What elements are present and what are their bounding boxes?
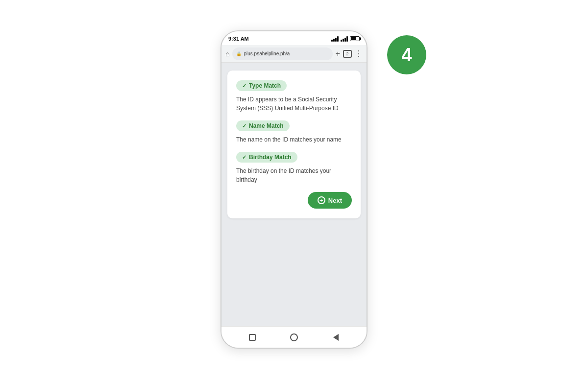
url-bar[interactable]: 🔒 plus.psahelpline.ph/a: [232, 47, 332, 60]
lock-icon: 🔒: [236, 51, 242, 56]
square-icon: [249, 334, 256, 341]
step-badge: 4: [387, 35, 426, 74]
home-icon[interactable]: ⌂: [225, 50, 229, 58]
name-match-label: Name Match: [249, 122, 284, 129]
birthday-match-section: ✓ Birthday Match The birthday on the ID …: [236, 152, 352, 184]
name-match-section: ✓ Name Match The name on the ID matches …: [236, 120, 352, 144]
nav-back-button[interactable]: [330, 332, 341, 343]
name-match-badge: ✓ Name Match: [236, 120, 290, 131]
birthday-match-check-icon: ✓: [242, 154, 246, 161]
back-icon: [333, 334, 339, 341]
tab-count-icon[interactable]: 2: [343, 50, 352, 58]
content-area: ✓ Type Match The ID appears to be a Soci…: [221, 63, 367, 326]
add-tab-icon[interactable]: +: [336, 49, 340, 58]
next-button-label: Next: [328, 197, 342, 204]
name-match-description: The name on the ID matches your name: [236, 135, 352, 144]
status-time: 9:31 AM: [228, 36, 249, 42]
browser-actions: + 2 ⋮: [336, 49, 363, 58]
type-match-section: ✓ Type Match The ID appears to be a Soci…: [236, 80, 352, 113]
browser-bar: ⌂ 🔒 plus.psahelpline.ph/a + 2 ⋮: [221, 45, 367, 63]
url-text: plus.psahelpline.ph/a: [244, 51, 290, 56]
next-plus-icon: +: [318, 196, 325, 204]
birthday-match-badge: ✓ Birthday Match: [236, 152, 297, 163]
type-match-description: The ID appears to be a Social Security S…: [236, 95, 352, 113]
status-bar: 9:31 AM: [221, 31, 367, 45]
status-icons: [331, 36, 360, 42]
more-options-icon[interactable]: ⋮: [355, 49, 363, 58]
tab-count: 2: [346, 51, 348, 56]
birthday-match-description: The birthday on the ID matches your birt…: [236, 166, 352, 184]
name-match-check-icon: ✓: [242, 123, 246, 129]
phone-frame: 9:31 AM ⌂ 🔒 plus.psahelpline.ph/a: [220, 30, 368, 349]
circle-icon: [290, 333, 298, 341]
type-match-check-icon: ✓: [242, 83, 246, 89]
signal-bars-icon: [331, 36, 339, 42]
next-button[interactable]: + Next: [308, 192, 352, 209]
step-number: 4: [401, 45, 412, 66]
type-match-badge: ✓ Type Match: [236, 80, 287, 91]
nav-square-button[interactable]: [247, 332, 258, 343]
battery-icon: [350, 36, 360, 41]
nav-home-button[interactable]: [289, 332, 299, 343]
type-match-label: Type Match: [249, 82, 281, 89]
signal-bars-icon-2: [341, 36, 348, 42]
birthday-match-label: Birthday Match: [249, 154, 292, 161]
scene: 4 9:31 AM ⌂ 🔒 plus.psahelp: [220, 30, 368, 349]
bottom-nav: [221, 326, 367, 348]
verification-card: ✓ Type Match The ID appears to be a Soci…: [227, 71, 361, 218]
